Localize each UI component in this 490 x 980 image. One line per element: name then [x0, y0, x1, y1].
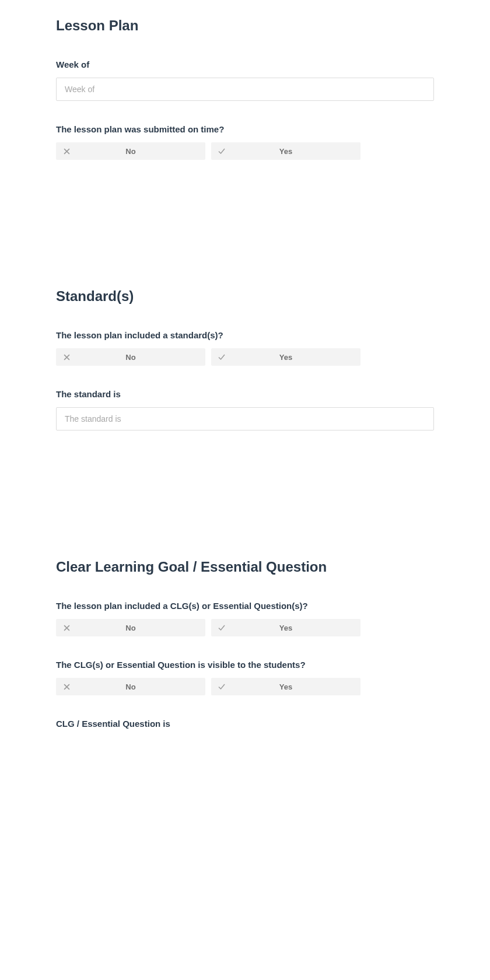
- check-icon: [211, 147, 232, 155]
- x-icon: [56, 625, 77, 631]
- btn-included-standard-yes[interactable]: Yes: [211, 348, 360, 366]
- toggle-included-clg: No Yes: [56, 619, 434, 636]
- input-week-of[interactable]: [56, 78, 434, 101]
- label-clg-is: CLG / Essential Question is: [56, 719, 434, 729]
- toggle-clg-visible: No Yes: [56, 678, 434, 695]
- label-standard-is: The standard is: [56, 389, 434, 399]
- btn-label-yes: Yes: [232, 682, 360, 691]
- toggle-included-standard: No Yes: [56, 348, 434, 366]
- check-icon: [211, 682, 232, 691]
- input-standard-is[interactable]: [56, 407, 434, 430]
- x-icon: [56, 148, 77, 155]
- check-icon: [211, 624, 232, 632]
- btn-submitted-no[interactable]: No: [56, 142, 205, 160]
- btn-label-no: No: [77, 353, 205, 362]
- field-clg-is: CLG / Essential Question is: [56, 719, 434, 729]
- section-lesson-plan: Lesson Plan Week of The lesson plan was …: [56, 18, 434, 160]
- section-title-lesson-plan: Lesson Plan: [56, 18, 434, 34]
- btn-included-clg-yes[interactable]: Yes: [211, 619, 360, 636]
- btn-label-no: No: [77, 682, 205, 691]
- field-standard-is: The standard is: [56, 389, 434, 430]
- section-standards: Standard(s) The lesson plan included a s…: [56, 288, 434, 430]
- x-icon: [56, 684, 77, 690]
- btn-clg-visible-no[interactable]: No: [56, 678, 205, 695]
- field-included-clg: The lesson plan included a CLG(s) or Ess…: [56, 601, 434, 636]
- btn-label-no: No: [77, 147, 205, 156]
- btn-submitted-yes[interactable]: Yes: [211, 142, 360, 160]
- field-week-of: Week of: [56, 60, 434, 101]
- section-clg: Clear Learning Goal / Essential Question…: [56, 559, 434, 729]
- field-submitted-on-time: The lesson plan was submitted on time? N…: [56, 124, 434, 160]
- btn-clg-visible-yes[interactable]: Yes: [211, 678, 360, 695]
- field-included-standard: The lesson plan included a standard(s)? …: [56, 330, 434, 366]
- label-submitted-on-time: The lesson plan was submitted on time?: [56, 124, 434, 134]
- btn-included-standard-no[interactable]: No: [56, 348, 205, 366]
- label-included-clg: The lesson plan included a CLG(s) or Ess…: [56, 601, 434, 611]
- btn-included-clg-no[interactable]: No: [56, 619, 205, 636]
- label-clg-visible: The CLG(s) or Essential Question is visi…: [56, 660, 434, 670]
- toggle-submitted-on-time: No Yes: [56, 142, 434, 160]
- section-title-standards: Standard(s): [56, 288, 434, 304]
- btn-label-yes: Yes: [232, 353, 360, 362]
- x-icon: [56, 354, 77, 360]
- check-icon: [211, 353, 232, 361]
- field-clg-visible: The CLG(s) or Essential Question is visi…: [56, 660, 434, 695]
- label-week-of: Week of: [56, 60, 434, 69]
- label-included-standard: The lesson plan included a standard(s)?: [56, 330, 434, 340]
- section-title-clg: Clear Learning Goal / Essential Question: [56, 559, 434, 575]
- btn-label-yes: Yes: [232, 624, 360, 632]
- btn-label-yes: Yes: [232, 147, 360, 156]
- btn-label-no: No: [77, 624, 205, 632]
